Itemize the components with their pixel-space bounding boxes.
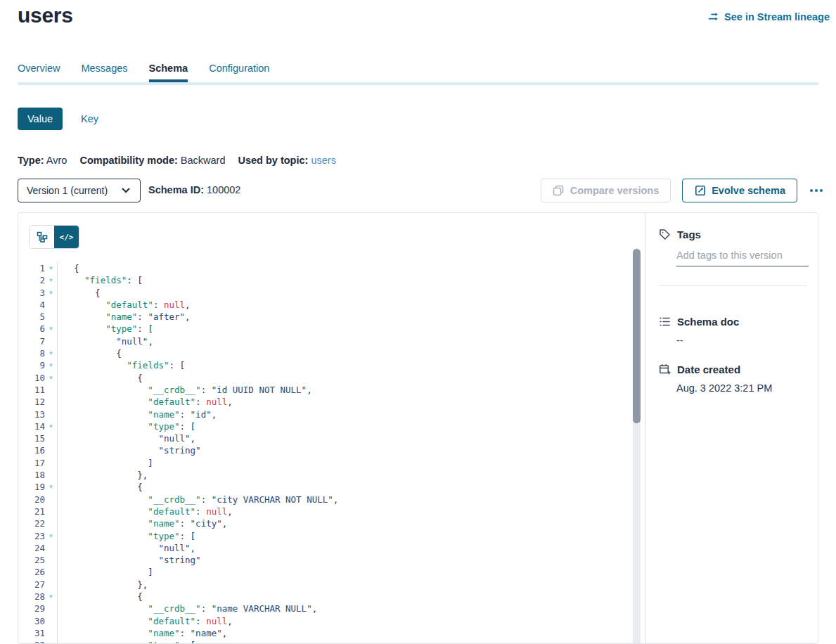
gutter: 32▼	[18, 639, 58, 644]
code-line: 18 },	[18, 469, 631, 481]
code-line: 8▼ {	[18, 347, 631, 359]
version-select-value: Version 1 (current)	[27, 185, 108, 196]
code-text: "name": "after",	[58, 311, 191, 323]
editor-scrollbar-thumb[interactable]	[633, 249, 641, 423]
version-select[interactable]: Version 1 (current)	[18, 179, 141, 202]
type-value: Avro	[46, 155, 67, 166]
fold-arrow-icon[interactable]: ▼	[45, 287, 57, 299]
tab-overview[interactable]: Overview	[18, 63, 60, 82]
fold-spacer	[45, 566, 57, 578]
tab-schema[interactable]: Schema	[149, 63, 188, 82]
fold-arrow-icon[interactable]: ▼	[45, 347, 57, 359]
fold-arrow-icon[interactable]: ▼	[45, 591, 57, 603]
topic-link[interactable]: users	[311, 155, 335, 166]
key-toggle-button[interactable]: Key	[81, 113, 98, 124]
code-line: 12 "default": null,	[18, 396, 631, 408]
type-field: Type: Avro	[18, 155, 67, 166]
fold-spacer	[45, 579, 57, 591]
tag-icon	[659, 228, 671, 240]
tab-bar: Overview Messages Schema Configuration	[18, 63, 269, 82]
code-view-icon: </>	[60, 233, 74, 242]
code-text: "type": [	[58, 530, 195, 542]
code-line: 1▼{	[18, 262, 631, 274]
gutter: 4	[18, 299, 58, 311]
code-text: {	[58, 591, 143, 603]
code-line: 31 "name": "name",	[18, 627, 631, 639]
gutter: 21	[18, 505, 58, 517]
compare-versions-button[interactable]: Compare versions	[541, 179, 671, 202]
lineage-link-label: See in Stream lineage	[724, 11, 830, 22]
code-text: "fields": [	[58, 359, 185, 371]
fold-spacer	[45, 408, 57, 420]
code-text: ]	[58, 457, 153, 469]
dot	[810, 189, 813, 192]
editor-scrollbar-track[interactable]	[633, 248, 641, 643]
code-line: 15 "null",	[18, 432, 631, 444]
schema-code-panel: </> 1▼{2▼ "fields": [3▼ {4 "default": nu…	[18, 213, 646, 643]
compare-versions-label: Compare versions	[570, 185, 660, 196]
gutter: 7	[18, 335, 58, 347]
fold-arrow-icon[interactable]: ▼	[45, 420, 57, 432]
gutter: 9▼	[18, 359, 58, 371]
tab-track	[18, 82, 818, 85]
code-text: "string"	[58, 444, 201, 456]
fold-arrow-icon[interactable]: ▼	[45, 262, 57, 274]
code-line: 30 "default": null,	[18, 615, 631, 627]
gutter: 8▼	[18, 347, 58, 359]
schema-controls-row: Version 1 (current) Schema ID: 100002 Co…	[18, 179, 824, 202]
value-toggle-button[interactable]: Value	[18, 108, 63, 130]
code-text: {	[58, 347, 122, 359]
dot	[815, 189, 818, 192]
code-line: 29 "__crdb__": "name VARCHAR NULL",	[18, 603, 631, 614]
add-tags-input[interactable]	[676, 250, 809, 266]
gutter: 18	[18, 469, 58, 481]
line-number: 29	[18, 603, 45, 614]
fold-arrow-icon[interactable]: ▼	[45, 639, 57, 644]
tab-messages[interactable]: Messages	[81, 63, 127, 82]
topic-label: Used by topic:	[238, 155, 308, 166]
tags-section: Tags	[659, 228, 806, 266]
fold-arrow-icon[interactable]: ▼	[45, 359, 57, 371]
line-number: 3	[18, 287, 45, 299]
fold-arrow-icon[interactable]: ▼	[45, 372, 57, 384]
fold-spacer	[45, 335, 57, 347]
type-label: Type:	[18, 155, 44, 166]
fold-spacer	[45, 517, 57, 529]
see-in-stream-lineage-link[interactable]: See in Stream lineage	[707, 11, 830, 22]
date-created-value: Aug. 3 2022 3:21 PM	[676, 382, 806, 394]
fold-arrow-icon[interactable]: ▼	[45, 530, 57, 542]
fold-spacer	[45, 444, 57, 456]
code-line: 5 "name": "after",	[18, 311, 631, 323]
fold-spacer	[45, 542, 57, 554]
schema-id-label: Schema ID:	[148, 184, 204, 195]
code-line: 9▼ "fields": [	[18, 359, 631, 371]
fold-spacer	[45, 554, 57, 566]
fold-spacer	[45, 627, 57, 639]
code-text: "default": null,	[58, 505, 233, 517]
code-line: 22 "name": "city",	[18, 517, 631, 529]
evolve-schema-button[interactable]: Evolve schema	[682, 179, 797, 202]
tree-view-icon	[36, 231, 48, 243]
tree-view-button[interactable]	[30, 226, 54, 248]
code-line: 27 },	[18, 579, 631, 591]
fold-arrow-icon[interactable]: ▼	[45, 323, 57, 335]
fold-arrow-icon[interactable]: ▼	[45, 481, 57, 493]
more-options-button[interactable]	[809, 185, 824, 196]
code-line: 6▼ "type": [	[18, 323, 631, 335]
code-view-button[interactable]: </>	[54, 226, 79, 248]
fold-spacer	[45, 603, 57, 614]
code-line: 11 "__crdb__": "id UUID NOT NULL",	[18, 384, 631, 396]
calendar-add-icon	[659, 363, 671, 375]
gutter: 2▼	[18, 274, 58, 286]
tab-configuration[interactable]: Configuration	[209, 63, 269, 82]
fold-spacer	[45, 432, 57, 444]
list-icon	[659, 316, 671, 328]
line-number: 8	[18, 347, 45, 359]
code-text: "default": null,	[58, 396, 233, 408]
schema-actions: Compare versions Evolve schema	[541, 179, 824, 202]
gutter: 26	[18, 566, 58, 578]
code-line: 4 "default": null,	[18, 299, 631, 311]
fold-arrow-icon[interactable]: ▼	[45, 274, 57, 286]
line-number: 24	[18, 542, 45, 554]
tags-title: Tags	[677, 228, 701, 240]
